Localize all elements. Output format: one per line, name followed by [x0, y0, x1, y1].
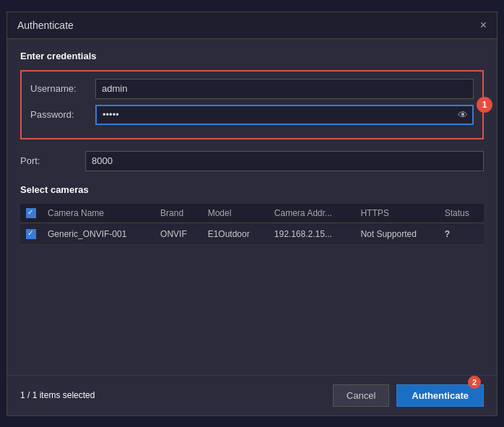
items-selected-label: / 1 items selected	[27, 390, 95, 400]
th-https: HTTPS	[355, 204, 438, 223]
step-badge-1: 1	[477, 97, 492, 113]
cancel-button[interactable]: Cancel	[333, 384, 389, 407]
th-checkbox	[20, 204, 42, 223]
th-brand: Brand	[155, 204, 202, 223]
dialog-body: Enter credentials Username: Password: 👁 …	[7, 39, 497, 375]
dialog-title: Authenticate	[17, 20, 74, 31]
row-checkbox-cell	[20, 223, 42, 245]
password-row: Password: 👁	[30, 105, 474, 125]
username-label: Username:	[30, 83, 95, 94]
row-camera-name: Generic_ONVIF-001	[42, 223, 155, 245]
row-checkbox[interactable]	[26, 229, 36, 239]
items-count: 1	[20, 390, 25, 400]
table-row: Generic_ONVIF-001 ONVIF E1Outdoor 192.16…	[20, 223, 484, 245]
authenticate-dialog: Authenticate × Enter credentials Usernam…	[6, 12, 498, 416]
table-header-row: Camera Name Brand Model Camera Addr... H…	[20, 204, 484, 223]
select-all-checkbox[interactable]	[26, 208, 36, 218]
close-button[interactable]: ×	[480, 20, 487, 31]
eye-icon[interactable]: 👁	[458, 109, 468, 121]
row-status: ?	[439, 223, 484, 245]
footer-buttons: 2 Cancel Authenticate	[333, 384, 484, 407]
th-status: Status	[439, 204, 484, 223]
credentials-section-title: Enter credentials	[20, 51, 484, 61]
row-model: E1Outdoor	[202, 223, 269, 245]
row-brand: ONVIF	[155, 223, 202, 245]
th-camera-addr: Camera Addr...	[269, 204, 355, 223]
port-input[interactable]	[85, 151, 484, 171]
step-badge-2: 2	[468, 376, 481, 389]
username-row: Username:	[30, 79, 474, 99]
credentials-section: Username: Password: 👁 1	[20, 70, 484, 139]
cameras-table: Camera Name Brand Model Camera Addr... H…	[20, 204, 484, 246]
dialog-footer: 1 / 1 items selected 2 Cancel Authentica…	[7, 375, 497, 415]
th-model: Model	[202, 204, 269, 223]
dialog-header: Authenticate ×	[7, 12, 497, 39]
password-input[interactable]	[95, 105, 474, 125]
password-label: Password:	[30, 109, 95, 120]
port-row: Port:	[20, 151, 484, 171]
items-selected-text: 1 / 1 items selected	[20, 390, 95, 400]
username-input[interactable]	[95, 79, 474, 99]
row-camera-addr: 192.168.2.15...	[269, 223, 355, 245]
th-camera-name: Camera Name	[42, 204, 155, 223]
cameras-section-title: Select cameras	[20, 184, 484, 195]
port-section: Port:	[20, 151, 484, 171]
port-label: Port:	[20, 155, 85, 166]
row-https: Not Supported	[355, 223, 438, 245]
password-wrapper: 👁	[95, 105, 474, 125]
cameras-section: Select cameras Camera Name Brand Model C…	[20, 184, 484, 246]
